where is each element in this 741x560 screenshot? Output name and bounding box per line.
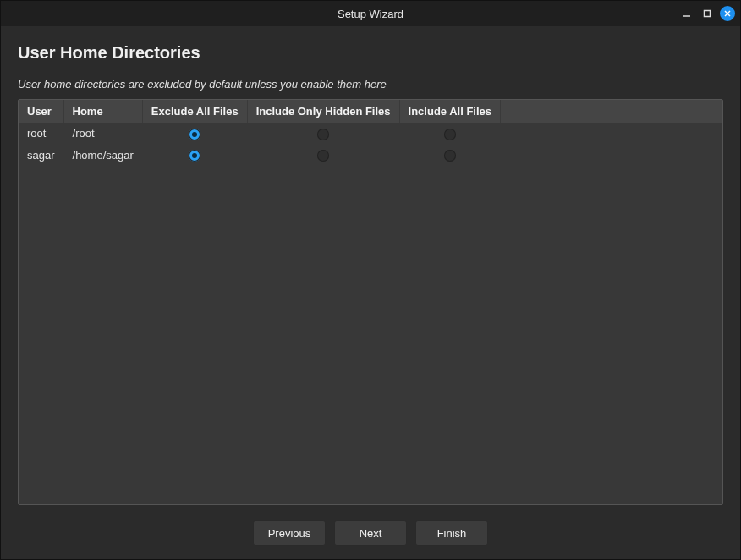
- window-root: Setup Wizard User Home Directories User …: [0, 0, 741, 560]
- minimize-button[interactable]: [679, 6, 694, 21]
- cell-user: sagar: [19, 145, 63, 167]
- next-button[interactable]: Next: [334, 520, 407, 546]
- wizard-footer: Previous Next Finish: [1, 520, 740, 546]
- col-user[interactable]: User: [19, 100, 63, 123]
- page-title: User Home Directories: [18, 43, 723, 63]
- page-subtitle: User home directories are excluded by de…: [18, 78, 723, 91]
- cell-spacer: [501, 123, 722, 145]
- cell-include-hidden: [247, 145, 399, 167]
- radio-include-all[interactable]: [444, 150, 456, 162]
- radio-include-hidden[interactable]: [317, 129, 329, 140]
- users-table: User Home Exclude All Files Include Only…: [19, 100, 722, 166]
- col-spacer: [501, 100, 722, 123]
- close-icon: [723, 9, 732, 18]
- cell-include-all: [399, 123, 500, 145]
- table-row: sagar/home/sagar: [19, 145, 722, 167]
- cell-spacer: [501, 145, 722, 167]
- window-title: Setup Wizard: [338, 8, 403, 20]
- cell-exclude-all: [142, 123, 247, 145]
- users-table-container: User Home Exclude All Files Include Only…: [18, 99, 723, 505]
- col-home[interactable]: Home: [63, 100, 142, 123]
- titlebar: Setup Wizard: [1, 1, 740, 26]
- radio-exclude-all[interactable]: [189, 129, 200, 140]
- col-exclude-all[interactable]: Exclude All Files: [142, 100, 247, 123]
- cell-include-all: [399, 145, 500, 167]
- previous-button[interactable]: Previous: [253, 520, 326, 546]
- col-include-all[interactable]: Include All Files: [399, 100, 500, 123]
- maximize-icon: [702, 8, 712, 19]
- cell-home: /home/sagar: [63, 145, 142, 167]
- radio-include-all[interactable]: [444, 129, 456, 140]
- maximize-button[interactable]: [700, 6, 715, 21]
- cell-home: /root: [63, 123, 142, 145]
- table-row: root/root: [19, 123, 722, 145]
- cell-include-hidden: [247, 123, 399, 145]
- radio-exclude-all[interactable]: [189, 150, 200, 162]
- cell-user: root: [19, 123, 63, 145]
- close-button[interactable]: [720, 6, 735, 21]
- cell-exclude-all: [142, 145, 247, 167]
- window-controls: [679, 1, 735, 26]
- minimize-icon: [682, 8, 692, 19]
- wizard-content: User Home Directories User home director…: [18, 43, 723, 500]
- radio-include-hidden[interactable]: [317, 150, 329, 162]
- svg-rect-1: [705, 11, 711, 17]
- col-include-hidden[interactable]: Include Only Hidden Files: [247, 100, 399, 123]
- finish-button[interactable]: Finish: [415, 520, 488, 546]
